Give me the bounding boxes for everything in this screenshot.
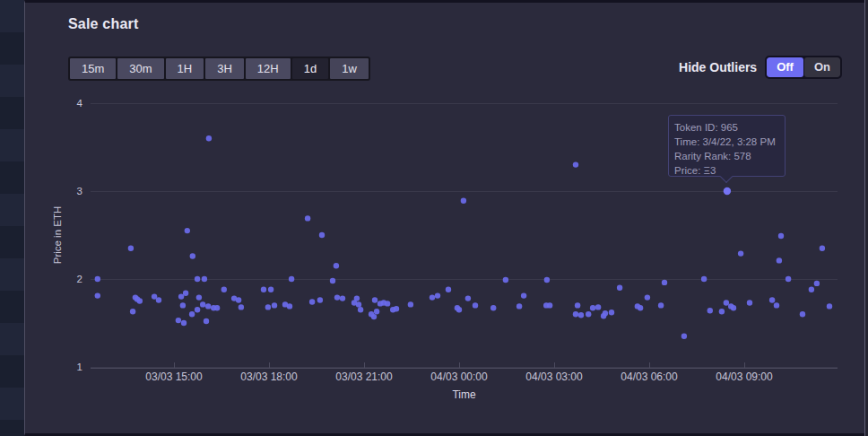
scatter-point[interactable] xyxy=(95,276,100,282)
scatter-point[interactable] xyxy=(658,302,664,308)
scatter-point[interactable] xyxy=(719,309,725,314)
scatter-point[interactable] xyxy=(747,300,752,305)
scatter-point[interactable] xyxy=(724,300,729,305)
range-button-3h[interactable]: 3H xyxy=(205,58,244,79)
scatter-point[interactable] xyxy=(645,294,650,300)
scatter-point[interactable] xyxy=(156,297,161,302)
scatter-point[interactable] xyxy=(330,278,335,283)
scatter-point[interactable] xyxy=(573,161,578,167)
scatter-point[interactable] xyxy=(408,301,413,307)
range-button-30m[interactable]: 30m xyxy=(117,58,163,79)
scatter-point[interactable] xyxy=(200,301,205,307)
range-button-1d[interactable]: 1d xyxy=(292,58,328,79)
scatter-point[interactable] xyxy=(465,295,471,301)
scatter-point[interactable] xyxy=(289,276,294,282)
scatter-point[interactable] xyxy=(707,308,713,313)
range-button-1h[interactable]: 1H xyxy=(166,58,204,79)
scatter-point[interactable] xyxy=(185,228,190,233)
scatter-point[interactable] xyxy=(430,294,435,300)
scatter-point[interactable] xyxy=(195,307,200,312)
scatter-point[interactable] xyxy=(309,299,315,304)
scatter-point[interactable] xyxy=(354,295,360,301)
scatter-point[interactable] xyxy=(573,311,578,317)
scatter-point[interactable] xyxy=(95,292,100,298)
scatter-point[interactable] xyxy=(456,307,462,312)
scatter-point[interactable] xyxy=(820,246,825,251)
scatter-point[interactable] xyxy=(738,250,743,256)
scatter-point[interactable] xyxy=(731,305,736,310)
scatter-point[interactable] xyxy=(204,318,209,324)
scatter-point[interactable] xyxy=(176,318,181,323)
scatter-point[interactable] xyxy=(214,305,220,310)
scatter-point[interactable] xyxy=(547,302,552,308)
scatter-point[interactable] xyxy=(638,305,643,310)
scatter-point[interactable] xyxy=(334,294,340,300)
scatter-point[interactable] xyxy=(827,303,832,309)
outliers-off-button[interactable]: Off xyxy=(767,57,803,77)
scatter-point[interactable] xyxy=(205,303,211,309)
scatter-point[interactable] xyxy=(202,276,207,282)
scatter-point[interactable] xyxy=(305,215,310,221)
scatter-point[interactable] xyxy=(374,309,379,314)
scatter-point[interactable] xyxy=(183,291,188,296)
scatter-point[interactable] xyxy=(265,304,271,310)
scatter-point[interactable] xyxy=(544,277,550,283)
scatter-point[interactable] xyxy=(206,135,212,141)
scatter-point[interactable] xyxy=(578,312,584,318)
scatter-point[interactable] xyxy=(575,302,580,308)
outliers-on-button[interactable]: On xyxy=(804,57,840,77)
scatter-point[interactable] xyxy=(786,276,791,282)
scatter-point[interactable] xyxy=(356,301,361,307)
scatter-point[interactable] xyxy=(128,246,134,251)
scatter-point[interactable] xyxy=(236,297,241,302)
scatter-point[interactable] xyxy=(461,198,466,204)
range-button-12h[interactable]: 12H xyxy=(246,58,291,79)
scatter-point[interactable] xyxy=(777,257,782,263)
scatter-point[interactable] xyxy=(800,311,805,317)
scatter-point[interactable] xyxy=(178,293,184,299)
scatter-point[interactable] xyxy=(181,320,187,326)
scatter-point[interactable] xyxy=(371,314,377,319)
scatter-point[interactable] xyxy=(662,280,667,285)
scatter-point[interactable] xyxy=(609,310,614,315)
scatter-point[interactable] xyxy=(681,334,687,339)
scatter-point[interactable] xyxy=(319,232,325,238)
scatter-point[interactable] xyxy=(446,287,451,292)
scatter-point[interactable] xyxy=(195,276,200,282)
scatter-point[interactable] xyxy=(190,253,195,258)
range-button-15m[interactable]: 15m xyxy=(70,58,116,79)
scatter-point[interactable] xyxy=(372,297,378,302)
scatter-point[interactable] xyxy=(814,281,820,286)
scatter-point[interactable] xyxy=(287,303,292,309)
scatter-point[interactable] xyxy=(769,297,775,302)
scatter-point[interactable] xyxy=(385,301,390,306)
scatter-point[interactable] xyxy=(473,302,478,308)
scatter-point[interactable] xyxy=(516,303,522,309)
scatter-point[interactable] xyxy=(130,309,135,314)
scatter-point[interactable] xyxy=(261,287,266,292)
scatter-point[interactable] xyxy=(221,287,227,292)
range-button-1w[interactable]: 1w xyxy=(330,58,369,79)
scatter-point[interactable] xyxy=(503,277,508,283)
scatter-point[interactable] xyxy=(490,305,496,310)
scatter-point[interactable] xyxy=(603,310,608,316)
scatter-point[interactable] xyxy=(239,304,244,310)
scatter-point[interactable] xyxy=(617,285,622,291)
scatter-point-highlighted[interactable] xyxy=(724,187,731,195)
scatter-point[interactable] xyxy=(394,306,399,311)
scatter-point[interactable] xyxy=(268,287,273,292)
scatter-point[interactable] xyxy=(334,263,339,268)
scatter-point[interactable] xyxy=(595,304,601,310)
scatter-point[interactable] xyxy=(196,294,202,300)
scatter-point[interactable] xyxy=(590,305,595,310)
scatter-point[interactable] xyxy=(774,302,779,308)
scatter-point[interactable] xyxy=(340,295,345,301)
scatter-point[interactable] xyxy=(435,292,440,298)
scatter-point[interactable] xyxy=(272,302,277,308)
scatter-point[interactable] xyxy=(586,311,591,317)
scatter-point[interactable] xyxy=(778,233,784,239)
scatter-point[interactable] xyxy=(521,292,526,298)
scatter-point[interactable] xyxy=(180,302,186,308)
scatter-point[interactable] xyxy=(189,311,195,317)
scatter-point[interactable] xyxy=(317,297,323,302)
